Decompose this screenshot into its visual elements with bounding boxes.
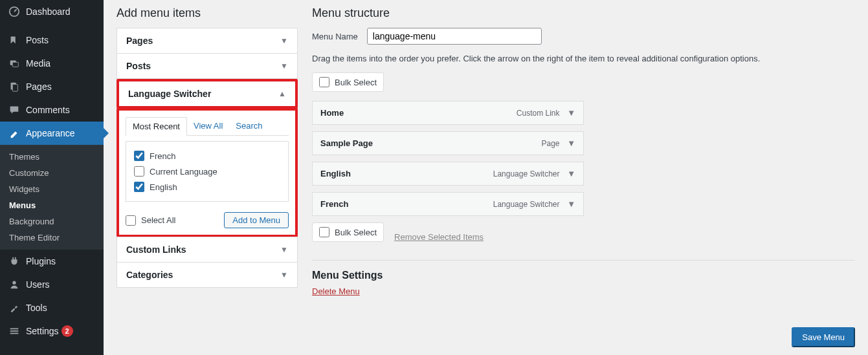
chevron-up-icon[interactable]: ▲ [278, 89, 286, 98]
chevron-down-icon[interactable]: ▼ [280, 61, 288, 70]
add-menu-items-column: Add menu items Pages ▼ Posts ▼ Language … [117, 6, 298, 296]
plugins-icon [8, 255, 21, 268]
svg-rect-6 [10, 328, 19, 330]
sidebar-label: Plugins [26, 256, 56, 266]
metabox-custom-links[interactable]: Custom Links ▼ [117, 237, 298, 263]
language-switcher-panel: Most Recent View All Search French Curre… [117, 108, 298, 237]
settings-badge: 2 [61, 325, 73, 337]
save-menu-button[interactable]: Save Menu [792, 327, 855, 347]
sidebar-label: Tools [26, 303, 47, 313]
sidebar-item-media[interactable]: Media [0, 52, 104, 75]
chevron-down-icon[interactable]: ▼ [280, 245, 288, 254]
menu-item-type: Language Switcher [493, 200, 560, 209]
media-icon [8, 57, 21, 70]
sidebar-item-tools[interactable]: Tools [0, 296, 104, 319]
add-items-heading: Add menu items [117, 6, 298, 20]
sidebar-item-plugins[interactable]: Plugins [0, 250, 104, 273]
sidebar-item-dashboard[interactable]: Dashboard [0, 0, 104, 23]
bulk-label: Bulk Select [335, 78, 377, 87]
menu-item-sample-page[interactable]: Sample Page Page ▼ [312, 131, 584, 155]
metabox-title: Categories [126, 270, 173, 280]
menu-item-french[interactable]: French Language Switcher ▼ [312, 192, 584, 216]
submenu-customize[interactable]: Customize [0, 165, 104, 181]
menu-structure-heading: Menu structure [312, 6, 855, 20]
sidebar-item-settings[interactable]: Settings 2 [0, 319, 104, 343]
structure-description: Drag the items into the order you prefer… [312, 54, 855, 63]
lang-option-english[interactable]: English [134, 179, 280, 195]
menu-item-title: English [320, 169, 351, 178]
settings-icon [8, 325, 21, 338]
language-list: French Current Language English [126, 141, 289, 202]
sidebar-item-pages[interactable]: Pages [0, 75, 104, 98]
tab-view-all[interactable]: View All [187, 117, 229, 135]
checkbox-french[interactable] [134, 151, 144, 161]
sidebar-label: Media [26, 58, 50, 69]
sidebar-item-comments[interactable]: Comments [0, 98, 104, 122]
metabox-language-switcher[interactable]: Language Switcher ▲ [117, 79, 298, 109]
svg-rect-2 [12, 62, 18, 67]
tab-most-recent[interactable]: Most Recent [126, 117, 187, 136]
lang-label: Current Language [150, 167, 217, 177]
bulk-select-top[interactable]: Bulk Select [312, 72, 384, 92]
panel-tabs: Most Recent View All Search [126, 117, 289, 136]
sidebar-label: Pages [26, 81, 52, 92]
checkbox-english[interactable] [134, 182, 144, 192]
submenu-theme-editor[interactable]: Theme Editor [0, 230, 104, 246]
menu-item-title: French [320, 199, 348, 209]
metabox-title: Language Switcher [128, 89, 211, 99]
dashboard-icon [8, 5, 21, 18]
admin-sidebar: Dashboard Posts Media Pages Comments App… [0, 0, 104, 355]
svg-rect-8 [10, 333, 19, 334]
checkbox-bulk-top[interactable] [319, 77, 329, 87]
chevron-down-icon[interactable]: ▼ [567, 199, 575, 209]
metabox-posts[interactable]: Posts ▼ [117, 54, 298, 79]
menu-name-label: Menu Name [312, 32, 358, 41]
bulk-select-bottom[interactable]: Bulk Select [312, 222, 384, 242]
checkbox-bulk-bottom[interactable] [319, 227, 329, 237]
comments-icon [8, 103, 21, 116]
menu-structure-column: Menu structure Menu Name Drag the items … [312, 6, 855, 296]
menu-item-title: Sample Page [320, 138, 373, 148]
checkbox-select-all[interactable] [126, 215, 136, 226]
submenu-widgets[interactable]: Widgets [0, 181, 104, 197]
delete-menu-link[interactable]: Delete Menu [312, 286, 360, 296]
menu-item-home[interactable]: Home Custom Link ▼ [312, 101, 584, 125]
select-all-row[interactable]: Select All [126, 213, 175, 228]
lang-label: French [150, 151, 175, 161]
chevron-down-icon[interactable]: ▼ [567, 138, 575, 148]
tools-icon [8, 301, 21, 314]
separator [312, 260, 855, 261]
sidebar-label: Appearance [26, 128, 75, 138]
submenu-background[interactable]: Background [0, 213, 104, 230]
menu-item-type: Language Switcher [493, 169, 560, 178]
appearance-icon [8, 127, 21, 140]
menu-name-input[interactable] [367, 28, 542, 45]
add-to-menu-button[interactable]: Add to Menu [224, 212, 289, 228]
remove-selected-link[interactable]: Remove Selected Items [394, 232, 484, 242]
tab-search[interactable]: Search [229, 117, 269, 135]
main-area: Add menu items Pages ▼ Posts ▼ Language … [104, 0, 868, 355]
menu-items-list: Home Custom Link ▼ Sample Page Page ▼ En… [312, 101, 584, 216]
sidebar-label: Posts [26, 35, 49, 45]
chevron-down-icon[interactable]: ▼ [280, 36, 288, 45]
menu-item-title: Home [320, 108, 344, 118]
sidebar-item-appearance[interactable]: Appearance [0, 122, 104, 145]
svg-point-5 [12, 281, 16, 285]
menu-settings-heading: Menu Settings [312, 270, 855, 281]
checkbox-current-language[interactable] [134, 166, 144, 177]
metabox-pages[interactable]: Pages ▼ [117, 28, 298, 54]
submenu-themes[interactable]: Themes [0, 149, 104, 165]
sidebar-item-posts[interactable]: Posts [0, 28, 104, 52]
chevron-down-icon[interactable]: ▼ [280, 270, 288, 279]
chevron-down-icon[interactable]: ▼ [567, 108, 575, 118]
svg-rect-7 [10, 330, 19, 332]
lang-option-french[interactable]: French [134, 148, 280, 164]
lang-option-current[interactable]: Current Language [134, 164, 280, 179]
chevron-down-icon[interactable]: ▼ [567, 169, 575, 178]
sidebar-label: Settings [26, 326, 59, 336]
svg-rect-4 [12, 84, 17, 91]
submenu-menus[interactable]: Menus [0, 197, 104, 213]
sidebar-item-users[interactable]: Users [0, 273, 104, 296]
metabox-categories[interactable]: Categories ▼ [117, 263, 298, 288]
menu-item-english[interactable]: English Language Switcher ▼ [312, 162, 584, 186]
